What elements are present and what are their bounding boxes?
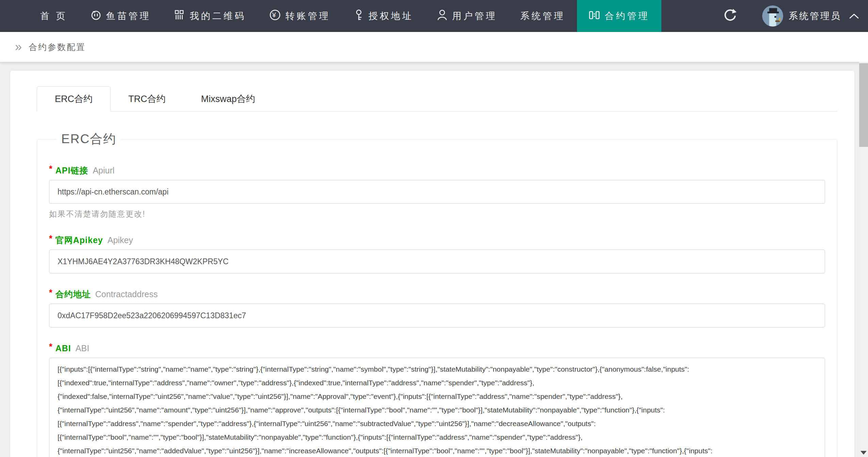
field-label-en: Contractaddress	[95, 289, 158, 299]
tab-mixswap-contract[interactable]: Mixswap合约	[183, 87, 273, 111]
page-title: 合约参数配置	[29, 41, 86, 53]
nav-item-label: 授权地址	[369, 10, 414, 22]
refresh-icon	[723, 8, 738, 24]
nav-item-label: 首 页	[40, 10, 67, 22]
nav-item-home[interactable]: 首 页	[29, 0, 79, 32]
current-user-name[interactable]: 系统管理员	[789, 10, 841, 22]
field-label-cn: API链接	[55, 165, 89, 175]
field-label-cn: 合约地址	[55, 289, 91, 299]
page-scrollbar[interactable]	[859, 62, 868, 457]
required-asterisk: *	[49, 233, 52, 243]
yen-circle-icon: ¥	[269, 9, 281, 23]
apiurl-help-text: 如果不清楚请勿随意更改!	[49, 209, 825, 219]
tab-erc-contract[interactable]: ERC合约	[37, 86, 111, 112]
scrollbar-thumb[interactable]	[859, 63, 868, 147]
required-asterisk: *	[49, 341, 52, 352]
tab-trc-contract[interactable]: TRC合约	[111, 87, 183, 111]
nav-item-transfer[interactable]: ¥ 转账管理	[258, 0, 342, 32]
contract-config-card: ERC合约 TRC合约 Mixswap合约 ERC合约 * API链接 Apiu…	[10, 71, 854, 457]
nav-item-system[interactable]: 系统管理	[509, 0, 577, 32]
form-group-contract-address: * 合约地址 Contractaddress	[49, 289, 825, 327]
top-nav: 首 页 鱼苗管理 我的二维码 ¥ 转账管理 授权地址 用户管理 系统管理	[0, 0, 868, 32]
chevron-up-icon[interactable]	[849, 13, 859, 19]
nav-item-contracts[interactable]: 合约管理	[577, 0, 661, 32]
breadcrumb: » 合约参数配置	[0, 32, 868, 62]
field-label: * 合约地址 Contractaddress	[49, 289, 825, 299]
form-group-apikey: * 官网Apikey Apikey	[49, 235, 825, 273]
field-label: * ABI ABI	[49, 343, 825, 353]
field-label: * API链接 Apiurl	[49, 165, 825, 175]
qrcode-icon	[174, 10, 185, 23]
apikey-input[interactable]	[49, 250, 825, 273]
nav-item-label: 鱼苗管理	[106, 10, 151, 22]
nav-item-label: 系统管理	[520, 10, 565, 22]
nav-item-users[interactable]: 用户管理	[425, 0, 509, 32]
contract-icon	[589, 9, 600, 23]
nav-item-auth-address[interactable]: 授权地址	[342, 0, 425, 32]
svg-text:¥: ¥	[272, 11, 278, 19]
main-content: ERC合约 TRC合约 Mixswap合约 ERC合约 * API链接 Apiu…	[0, 62, 868, 457]
abi-textarea[interactable]: [{"inputs":[{"internalType":"string","na…	[49, 358, 825, 457]
form-group-apiurl: * API链接 Apiurl 如果不清楚请勿随意更改!	[49, 165, 825, 219]
erc-contract-panel: ERC合约 * API链接 Apiurl 如果不清楚请勿随意更改! * 官网Ap…	[37, 131, 837, 457]
nav-item-my-qrcode[interactable]: 我的二维码	[163, 0, 258, 32]
field-label: * 官网Apikey Apikey	[49, 235, 825, 245]
field-label-en: Apiurl	[93, 165, 114, 175]
nav-right-group: 系统管理员	[723, 0, 868, 32]
apiurl-input[interactable]	[49, 180, 825, 204]
nav-item-label: 合约管理	[605, 10, 650, 22]
required-asterisk: *	[49, 287, 52, 298]
fish-fry-icon	[91, 10, 101, 23]
nav-item-fish-fry[interactable]: 鱼苗管理	[79, 0, 163, 32]
form-group-abi: * ABI ABI [{"inputs":[{"internalType":"s…	[49, 343, 825, 457]
field-label-en: Apikey	[108, 235, 133, 245]
refresh-button[interactable]	[723, 8, 738, 24]
key-icon	[354, 9, 364, 23]
contract-tabs: ERC合约 TRC合约 Mixswap合约	[37, 86, 837, 112]
nav-item-label: 用户管理	[452, 10, 497, 22]
breadcrumb-chevrons-icon: »	[15, 41, 22, 53]
user-icon	[437, 9, 448, 23]
nav-item-label: 转账管理	[286, 10, 331, 22]
scrollbar-down-arrow-icon[interactable]	[861, 451, 867, 455]
nav-item-label: 我的二维码	[190, 10, 246, 22]
panel-legend: ERC合约	[57, 131, 121, 148]
user-avatar[interactable]	[762, 5, 783, 27]
field-label-cn: 官网Apikey	[55, 235, 103, 245]
field-label-cn: ABI	[55, 343, 71, 353]
contract-address-input[interactable]	[49, 304, 825, 327]
field-label-en: ABI	[76, 343, 89, 353]
required-asterisk: *	[49, 164, 52, 174]
